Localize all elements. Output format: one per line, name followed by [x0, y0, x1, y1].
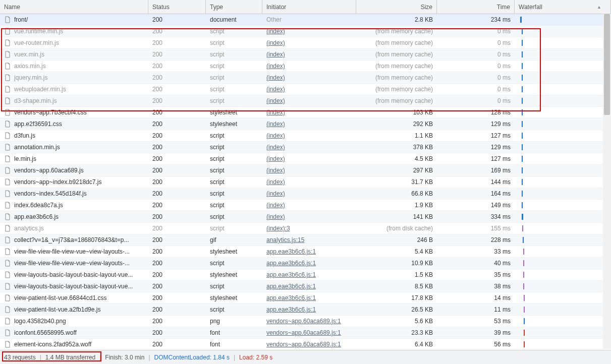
cell-initiator[interactable]: (index) — [262, 153, 356, 164]
col-header-name[interactable]: Name — [0, 0, 148, 14]
cell-name[interactable]: analytics.js — [0, 223, 148, 234]
cell-initiator[interactable]: vendors~app.60aca689.js:1 — [262, 339, 356, 350]
cell-initiator[interactable]: (index) — [262, 37, 356, 48]
cell-initiator[interactable]: (index) — [262, 107, 356, 118]
cell-initiator[interactable]: vendors~app.60aca689.js:1 — [262, 316, 356, 327]
cell-initiator[interactable]: app.eae3b6c6.js:1 — [262, 281, 356, 292]
cell-name[interactable]: vue.runtime.min.js — [0, 26, 148, 37]
table-row[interactable]: analytics.js200script(index):3(from disk… — [0, 223, 611, 234]
table-row[interactable]: app.eae3b6c6.js200script(index)141 KB334… — [0, 211, 611, 223]
cell-name[interactable]: view-patient-list-vue.a2fb1d9e.js — [0, 304, 148, 315]
cell-name[interactable]: logo.43582b40.png — [0, 316, 148, 327]
cell-initiator[interactable]: (index) — [262, 188, 356, 199]
cell-name[interactable]: axios.min.js — [0, 60, 148, 72]
cell-initiator[interactable]: (index) — [262, 176, 356, 188]
table-row[interactable]: webuploader.min.js200script(index)(from … — [0, 84, 611, 95]
col-header-initiator[interactable]: Initiator — [262, 0, 356, 14]
table-row[interactable]: vue.runtime.min.js200script(index)(from … — [0, 26, 611, 37]
cell-initiator[interactable]: (index) — [262, 118, 356, 130]
cell-name[interactable]: iconfont.65658995.woff — [0, 327, 148, 338]
cell-initiator[interactable]: app.eae3b6c6.js:1 — [262, 269, 356, 280]
cell-name[interactable]: le.min.js — [0, 153, 148, 164]
cell-name[interactable]: view-file-view-file-view-vue~view-layout… — [0, 258, 148, 269]
table-row[interactable]: iconfont.65658995.woff200fontvendors~app… — [0, 327, 611, 339]
cell-name[interactable]: vue-router.min.js — [0, 37, 148, 48]
cell-initiator[interactable]: (index) — [262, 72, 356, 83]
table-row[interactable]: annotation.min.js200script(index)378 KB1… — [0, 142, 611, 153]
cell-initiator[interactable]: (index) — [262, 130, 356, 141]
table-row[interactable]: axios.min.js200script(index)(from memory… — [0, 60, 611, 72]
network-rows[interactable]: front/200documentOther2.8 KB234 msvue.ru… — [0, 14, 611, 350]
cell-name[interactable]: d3fun.js — [0, 130, 148, 141]
cell-name[interactable]: view-layouts-basic-layout-basic-layout-v… — [0, 281, 148, 292]
cell-name[interactable]: d3-shape.min.js — [0, 95, 148, 106]
cell-initiator[interactable]: app.eae3b6c6.js:1 — [262, 246, 356, 257]
cell-name[interactable]: view-file-view-file-view-vue~view-layout… — [0, 246, 148, 257]
initiator-text: app.eae3b6c6.js:1 — [266, 260, 316, 267]
cell-name[interactable]: vendors~app~index.b9218dc7.js — [0, 176, 148, 188]
cell-initiator[interactable]: (index) — [262, 211, 356, 222]
cell-initiator[interactable]: app.eae3b6c6.js:1 — [262, 292, 356, 304]
cell-initiator[interactable]: app.eae3b6c6.js:1 — [262, 304, 356, 315]
table-row[interactable]: d3-shape.min.js200script(index)(from mem… — [0, 95, 611, 107]
cell-name[interactable]: element-icons.2fad952a.woff — [0, 339, 148, 350]
cell-name[interactable]: index.6dea8c7a.js — [0, 200, 148, 211]
table-row[interactable]: collect?v=1&_v=j73&a=1868076843&t=p...20… — [0, 234, 611, 246]
table-row[interactable]: view-layouts-basic-layout-basic-layout-v… — [0, 269, 611, 281]
table-row[interactable]: logo.43582b40.png200pngvendors~app.60aca… — [0, 316, 611, 327]
col-header-size[interactable]: Size — [356, 0, 437, 14]
file-name: vendors~app.7b3ecbf4.css — [14, 109, 87, 116]
table-row[interactable]: view-patient-list-vue.66844cd1.css200sty… — [0, 292, 611, 304]
scrollbar-thumb[interactable] — [604, 14, 610, 115]
cell-initiator[interactable]: (index) — [262, 165, 356, 176]
cell-initiator[interactable]: analytics.js:15 — [262, 234, 356, 246]
cell-name[interactable]: annotation.min.js — [0, 142, 148, 153]
table-row[interactable]: vue-router.min.js200script(index)(from m… — [0, 37, 611, 49]
table-row[interactable]: view-patient-list-vue.a2fb1d9e.js200scri… — [0, 304, 611, 316]
cell-initiator[interactable]: (index) — [262, 200, 356, 211]
col-header-status[interactable]: Status — [148, 0, 206, 14]
cell-initiator[interactable]: app.eae3b6c6.js:1 — [262, 258, 356, 269]
cell-name[interactable]: webuploader.min.js — [0, 84, 148, 95]
col-header-time[interactable]: Time — [437, 0, 515, 14]
table-row[interactable]: vendors~app.7b3ecbf4.css200stylesheet(in… — [0, 107, 611, 118]
col-header-type[interactable]: Type — [206, 0, 262, 14]
table-row[interactable]: vuex.min.js200script(index)(from memory … — [0, 49, 611, 60]
cell-initiator[interactable]: (index) — [262, 26, 356, 37]
cell-initiator[interactable]: (index) — [262, 142, 356, 153]
table-row[interactable]: vendors~index.545d184f.js200script(index… — [0, 188, 611, 200]
cell-initiator[interactable]: (index) — [262, 95, 356, 106]
table-row[interactable]: index.6dea8c7a.js200script(index)1.9 KB1… — [0, 200, 611, 211]
col-header-waterfall[interactable]: Waterfall ▲ — [515, 0, 611, 14]
cell-name[interactable]: collect?v=1&_v=j73&a=1868076843&t=p... — [0, 234, 148, 246]
cell-name[interactable]: view-patient-list-vue.66844cd1.css — [0, 292, 148, 304]
waterfall-bar — [519, 246, 524, 257]
table-row[interactable]: element-icons.2fad952a.woff200fontvendor… — [0, 339, 611, 350]
table-row[interactable]: front/200documentOther2.8 KB234 ms — [0, 14, 611, 26]
cell-initiator[interactable]: (index) — [262, 49, 356, 60]
cell-name[interactable]: view-layouts-basic-layout-basic-layout-v… — [0, 269, 148, 280]
cell-name[interactable]: vendors~index.545d184f.js — [0, 188, 148, 199]
table-row[interactable]: view-file-view-file-view-vue~view-layout… — [0, 258, 611, 269]
cell-name[interactable]: front/ — [0, 14, 148, 25]
cell-name[interactable]: jquery.min.js — [0, 72, 148, 83]
cell-initiator[interactable]: (index) — [262, 84, 356, 95]
cell-name[interactable]: vuex.min.js — [0, 49, 148, 60]
waterfall-bar — [519, 316, 525, 327]
table-row[interactable]: d3fun.js200script(index)1.1 KB127 ms — [0, 130, 611, 142]
cell-initiator[interactable]: (index) — [262, 60, 356, 72]
cell-name[interactable]: app.eae3b6c6.js — [0, 211, 148, 222]
table-row[interactable]: view-layouts-basic-layout-basic-layout-v… — [0, 281, 611, 292]
table-row[interactable]: app.e2f36591.css200stylesheet(index)292 … — [0, 118, 611, 130]
cell-name[interactable]: vendors~app.60aca689.js — [0, 165, 148, 176]
vertical-scrollbar[interactable] — [603, 14, 611, 349]
table-row[interactable]: view-file-view-file-view-vue~view-layout… — [0, 246, 611, 258]
cell-name[interactable]: vendors~app.7b3ecbf4.css — [0, 107, 148, 118]
table-row[interactable]: vendors~app.60aca689.js200script(index)2… — [0, 165, 611, 176]
table-row[interactable]: vendors~app~index.b9218dc7.js200script(i… — [0, 176, 611, 188]
cell-initiator[interactable]: (index):3 — [262, 223, 356, 234]
cell-name[interactable]: app.e2f36591.css — [0, 118, 148, 130]
cell-initiator[interactable]: vendors~app.60aca689.js:1 — [262, 327, 356, 338]
table-row[interactable]: jquery.min.js200script(index)(from memor… — [0, 72, 611, 84]
table-row[interactable]: le.min.js200script(index)4.5 KB127 ms — [0, 153, 611, 165]
